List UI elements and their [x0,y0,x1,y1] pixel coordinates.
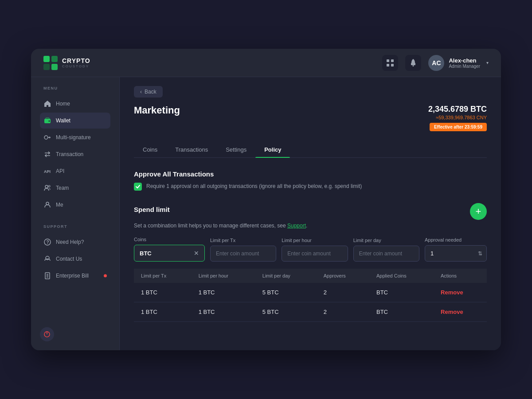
user-menu[interactable]: AC Alex-chen Admin Manager ▾ [428,55,489,71]
limit-per-hour-label: Limit per hour [282,238,348,243]
coins-field: Coins BTC ✕ [134,237,205,262]
chevron-down-icon: ▾ [486,60,489,65]
tab-policy[interactable]: Policy [255,142,290,157]
tab-coins[interactable]: Coins [134,142,166,157]
tabs: Coins Transactions Settings Policy [134,142,487,158]
svg-point-16 [46,202,49,205]
logo-text: CRYPTO COUSTODY [62,57,90,68]
svg-point-12 [44,136,48,139]
cell-limit-day: 5 BTC [255,302,317,322]
bill-icon [43,272,51,280]
approval-select-wrapper: 1 2 3 [425,245,487,262]
help-icon: ? [43,238,51,246]
person-icon [43,201,51,209]
sidebar-item-transaction[interactable]: Transaction [40,146,110,162]
table-row: 1 BTC 1 BTC 5 BTC 2 BTC Remove [134,302,487,322]
grid-icon-button[interactable] [382,55,398,71]
limit-per-hour-field: Limit per hour [282,238,348,262]
cell-limit-tx: 1 BTC [134,283,192,302]
approve-title: Approve All Transactions [134,170,487,178]
sidebar-item-me[interactable]: Me [40,197,110,213]
app-name: CRYPTO [62,57,90,64]
notification-button[interactable] [405,55,421,71]
back-button[interactable]: ‹ Back [134,86,163,98]
col-applied-coins: Applied Coins [369,269,434,283]
cell-limit-tx: 1 BTC [134,302,192,322]
approve-section: Approve All Transactions Require 1 appro… [134,170,487,191]
svg-text:?: ? [47,240,49,245]
cell-coins: BTC [369,283,434,302]
power-button[interactable] [40,327,54,341]
sidebar-item-label: Need Help? [56,239,84,245]
balance-cny: ≈59,339,969.7863 CNY [428,115,487,120]
sidebar-item-multi-signature[interactable]: Multi-signature [40,129,110,145]
page-header: Marketing 2,345.6789 BTC ≈59,339,969.786… [134,105,487,131]
cell-limit-hour: 1 BTC [192,283,255,302]
limit-per-hour-input[interactable] [282,246,348,262]
sidebar-item-api[interactable]: API API [40,163,110,179]
sidebar: MENU Home Wallet [31,77,120,350]
remove-button[interactable]: Remove [441,289,463,296]
app-subtitle: COUSTODY [62,64,90,68]
coins-select[interactable]: BTC ✕ [134,245,205,262]
transaction-icon [43,150,51,158]
svg-rect-2 [43,64,50,70]
sidebar-item-label: Transaction [56,151,83,157]
add-limit-button[interactable]: + [470,203,487,220]
power-icon [43,331,51,338]
svg-rect-6 [387,64,389,66]
tab-settings[interactable]: Settings [217,142,255,157]
sidebar-item-need-help[interactable]: ? Need Help? [40,234,110,250]
svg-point-11 [49,121,50,122]
sidebar-item-team[interactable]: Team [40,180,110,196]
approve-checkbox[interactable] [134,183,142,191]
support-label: SUPPORT [40,224,110,229]
svg-point-9 [413,65,414,66]
header: CRYPTO COUSTODY [31,49,501,77]
sidebar-item-enterprise-bill[interactable]: Enterprise Bill [40,268,110,284]
col-approvers: Approvers [317,269,369,283]
balance-area: 2,345.6789 BTC ≈59,339,969.7863 CNY Effe… [428,105,487,131]
limit-per-tx-input[interactable] [210,246,276,262]
limit-per-day-input[interactable] [353,246,419,262]
grid-icon [387,59,394,66]
clear-coin-icon[interactable]: ✕ [194,250,199,257]
tab-transactions[interactable]: Transactions [166,142,217,157]
sidebar-item-label: Team [56,185,69,191]
spend-description: Set a combination limit helps you to man… [134,223,487,229]
sidebar-item-home[interactable]: Home [40,96,110,112]
notification-dot [104,274,107,278]
sidebar-item-label: Multi-signature [56,134,91,141]
user-info: Alex-chen Admin Manager [449,57,480,69]
svg-rect-3 [51,64,58,70]
sidebar-item-wallet[interactable]: Wallet [40,113,110,129]
svg-rect-1 [51,56,58,62]
spend-form: Coins BTC ✕ Limit per Tx Limit per hour [134,237,487,262]
remove-button[interactable]: Remove [441,309,463,315]
team-icon [43,184,51,192]
support-link[interactable]: Support [287,223,306,229]
cell-action: Remove [434,283,487,302]
table-header-row: Limit per Tx Limit per hour Limit per da… [134,269,487,283]
svg-point-14 [45,185,48,188]
svg-rect-7 [391,64,394,66]
main-content: ‹ Back Marketing 2,345.6789 BTC ≈59,339,… [120,77,501,350]
cell-limit-day: 5 BTC [255,283,317,302]
api-icon: API [43,167,51,175]
home-icon [43,100,51,108]
sidebar-item-label: Home [56,101,70,107]
user-role: Admin Manager [449,64,480,69]
coins-label: Coins [134,237,205,242]
header-actions: AC Alex-chen Admin Manager ▾ [382,55,489,71]
limit-per-day-field: Limit per day [353,238,419,262]
back-chevron-icon: ‹ [140,89,142,95]
key-icon [43,133,51,141]
spend-title: Spend limit [134,206,170,213]
sidebar-item-label: Me [56,202,63,208]
cell-coins: BTC [369,302,434,322]
approval-select[interactable]: 1 2 3 [425,245,487,262]
approval-needed-label: Approval needed [425,237,487,243]
sidebar-item-contact-us[interactable]: Contact Us [40,251,110,267]
approve-text: Require 1 approval on all outgoing trans… [146,182,362,190]
menu-label: MENU [40,86,110,90]
